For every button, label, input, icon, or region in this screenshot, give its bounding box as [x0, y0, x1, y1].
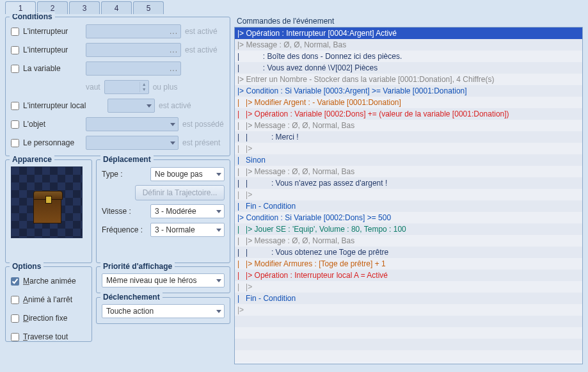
command-line[interactable]: | |> Modifier Armures : [Toge de prêtre]…: [235, 258, 582, 270]
command-line[interactable]: [235, 350, 582, 362]
command-line[interactable]: | |> Modifier Argent : - Variable [0001:…: [235, 97, 582, 108]
content-area: Conditions L'interrupteur ... est activé…: [0, 14, 588, 369]
left-column: Conditions L'interrupteur ... est activé…: [5, 17, 230, 364]
dirfix-checkbox[interactable]: [11, 314, 19, 323]
tab-page-5[interactable]: 5: [133, 1, 164, 14]
movement-group: Déplacement Type : Ne bouge pas Définir …: [96, 159, 230, 263]
command-line[interactable]: | | : Vous n'avez pas assez d'argent !: [235, 177, 582, 189]
switch1-label: L'interrupteur: [23, 27, 82, 36]
command-line[interactable]: | : Boîte des dons - Donnez ici des pièc…: [235, 51, 582, 62]
variable-ormore: ou plus: [153, 83, 178, 92]
command-line[interactable]: | |> Jouer SE : 'Equip', Volume : 80, Te…: [235, 223, 582, 235]
priority-select[interactable]: Même niveau que le héros: [102, 273, 225, 287]
appearance-group: Apparence: [5, 159, 92, 263]
move-freq-label: Fréquence :: [102, 225, 147, 234]
command-line[interactable]: | |> Opération : Interrupteur local A = …: [235, 270, 582, 281]
actor-checkbox[interactable]: [11, 139, 19, 147]
command-line[interactable]: |> Condition : Si Variable [0003:Argent]…: [235, 85, 582, 97]
move-speed-label: Vitesse :: [102, 207, 147, 216]
command-line[interactable]: [235, 339, 582, 350]
tab-page-4[interactable]: 4: [101, 1, 132, 14]
chest-icon: [33, 198, 61, 223]
options-title: Options: [10, 262, 44, 271]
localswitch-suffix: est activé: [159, 101, 191, 110]
item-suffix: est possédé: [182, 120, 225, 129]
command-line[interactable]: | |> Message : Ø, Ø, Normal, Bas: [235, 120, 582, 131]
variable-picker[interactable]: ...: [86, 61, 181, 76]
switch2-label: L'interrupteur: [23, 45, 82, 54]
variable-label: La variable: [23, 64, 82, 73]
tab-page-3[interactable]: 3: [69, 1, 100, 14]
chevron-down-icon: [216, 229, 221, 232]
variable-equals: vaut: [86, 83, 100, 92]
command-line[interactable]: | | : Vous obtenez une Toge de prêtre: [235, 247, 582, 258]
command-line[interactable]: | |> Message : Ø, Ø, Normal, Bas: [235, 166, 582, 177]
command-line[interactable]: | : Vous avez donné \V[002] Pièces: [235, 62, 582, 74]
chevron-down-icon: [216, 310, 221, 313]
command-line[interactable]: | Fin - Condition: [235, 293, 582, 304]
actor-select[interactable]: [86, 136, 179, 150]
command-line[interactable]: | |> Message : Ø, Ø, Normal, Bas: [235, 235, 582, 247]
localswitch-select[interactable]: [107, 99, 155, 113]
appearance-sprite[interactable]: [11, 166, 83, 238]
command-line[interactable]: |> Opération : Interrupteur [0004:Argent…: [235, 28, 582, 39]
move-speed-select[interactable]: 3 - Modérée: [150, 204, 225, 218]
move-type-label: Type :: [102, 170, 147, 179]
through-label: Traverse tout: [23, 332, 68, 341]
command-line[interactable]: | |>: [235, 143, 582, 154]
command-line[interactable]: |> Entrer un Nombre - Stocker dans la va…: [235, 74, 582, 85]
switch1-checkbox[interactable]: [11, 28, 19, 36]
actor-suffix: est présent: [182, 138, 225, 147]
command-line[interactable]: [235, 316, 582, 327]
chevron-down-icon: [170, 142, 175, 145]
item-select[interactable]: [86, 117, 179, 131]
actor-label: Le personnage: [23, 138, 82, 147]
command-line[interactable]: | |>: [235, 281, 582, 293]
chevron-down-icon: [216, 173, 221, 176]
ellipsis-icon: ...: [170, 45, 178, 54]
variable-value-spinner[interactable]: ▲▼: [104, 80, 149, 94]
commands-panel: Commandes de l'événement |> Opération : …: [234, 17, 583, 364]
item-label: L'objet: [23, 120, 82, 129]
command-line[interactable]: | |>: [235, 189, 582, 200]
commands-list[interactable]: |> Opération : Interrupteur [0004:Argent…: [234, 27, 583, 364]
commands-title: Commandes de l'événement: [237, 17, 583, 26]
item-checkbox[interactable]: [11, 120, 19, 129]
define-route-button[interactable]: Définir la Trajectoire...: [135, 185, 225, 200]
through-checkbox[interactable]: [11, 333, 19, 341]
dirfix-label: Direction fixe: [23, 314, 67, 323]
conditions-group: Conditions L'interrupteur ... est activé…: [5, 17, 230, 156]
trigger-title: Déclenchement: [100, 293, 163, 302]
command-line[interactable]: |>: [235, 304, 582, 316]
switch2-checkbox[interactable]: [11, 46, 19, 54]
movement-title: Déplacement: [100, 155, 154, 164]
switch1-picker[interactable]: ...: [86, 24, 181, 38]
command-line[interactable]: [235, 327, 582, 339]
switch2-picker[interactable]: ...: [86, 43, 181, 57]
localswitch-label: L'interrupteur local: [23, 101, 104, 110]
chevron-down-icon: [147, 104, 152, 108]
command-line[interactable]: | Fin - Condition: [235, 200, 582, 212]
command-line[interactable]: | Sinon: [235, 154, 582, 166]
ellipsis-icon: ...: [170, 64, 178, 73]
ellipsis-icon: ...: [170, 27, 178, 36]
stepping-anim-checkbox[interactable]: [11, 296, 19, 304]
command-line[interactable]: | | : Merci !: [235, 131, 582, 143]
stepping-anim-label: Animé à l'arrêt: [23, 295, 72, 304]
priority-group: Priorité d'affichage Même niveau que le …: [96, 266, 230, 293]
walking-anim-label: Marche animée: [23, 277, 76, 286]
localswitch-checkbox[interactable]: [11, 102, 19, 110]
command-line[interactable]: | |> Opération : Variable [0002:Dons] +=…: [235, 108, 582, 120]
down-icon: ▼: [139, 87, 148, 92]
command-line[interactable]: |> Condition : Si Variable [0002:Dons] >…: [235, 212, 582, 223]
walking-anim-checkbox[interactable]: [11, 277, 19, 286]
chevron-down-icon: [170, 123, 175, 126]
trigger-select[interactable]: Touche action: [102, 304, 225, 318]
move-freq-select[interactable]: 3 - Normale: [150, 223, 225, 237]
move-type-select[interactable]: Ne bouge pas: [150, 167, 225, 181]
tab-page-1[interactable]: 1: [5, 1, 36, 14]
variable-checkbox[interactable]: [11, 65, 19, 73]
trigger-group: Déclenchement Touche action: [96, 297, 230, 324]
command-line[interactable]: |> Message : Ø, Ø, Normal, Bas: [235, 39, 582, 51]
event-editor-window: { "tabs": ["1","2","3","4","5"], "active…: [0, 0, 588, 372]
